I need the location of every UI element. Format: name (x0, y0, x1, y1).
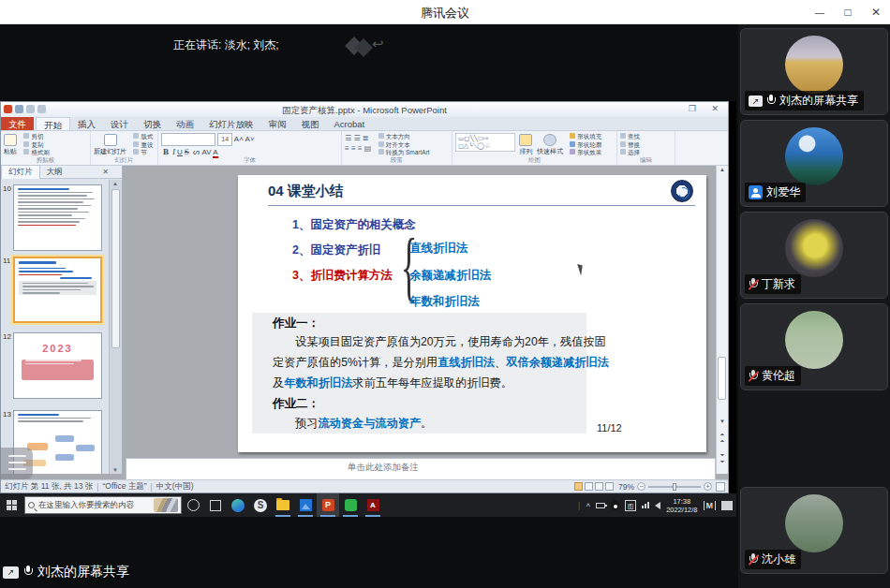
close-icon[interactable] (862, 0, 890, 24)
meeting-panel-toggle[interactable] (0, 448, 33, 479)
notes-pane[interactable]: 单击此处添加备注 (126, 458, 716, 481)
cortana-button[interactable] (182, 493, 204, 517)
arrange-button[interactable]: 排列 (519, 133, 532, 156)
ppt-titlebar[interactable]: 固定资产核算.pptx - Microsoft PowerPoint ❐ ✕ (1, 102, 728, 117)
green-app-button[interactable] (339, 493, 362, 517)
battery-icon[interactable] (596, 503, 605, 508)
tab-acrobat[interactable]: Acrobat (327, 117, 373, 130)
slide-scrollbar[interactable]: ▲ ▼ ⏶⏶ ⏷⏷ (716, 166, 728, 474)
bullets-numbering-icons[interactable]: ☰ ☰ ≣ (345, 133, 371, 143)
tab-slideshow[interactable]: 幻灯片放映 (201, 117, 261, 130)
text-direction-button[interactable]: 文本方向 (378, 133, 430, 141)
italic-icon[interactable]: I (172, 147, 175, 156)
ime-picture-icon[interactable]: 图 (625, 500, 636, 511)
network-icon[interactable] (642, 502, 649, 508)
zoom-in-icon[interactable]: + (704, 482, 712, 491)
tab-insert[interactable]: 插入 (70, 117, 103, 130)
ppt-restore-icon[interactable]: ❐ (689, 104, 696, 113)
paste-button[interactable]: 粘贴 (4, 133, 17, 156)
powerpoint-taskbar-button[interactable]: P (317, 493, 339, 517)
maximize-icon[interactable] (834, 0, 862, 24)
slides-panel-tab-slides[interactable]: 幻灯片 (1, 165, 40, 179)
slide-canvas[interactable]: 04 课堂小结 1、固定资产的相关概念 2、固定资产折旧 3、折旧费计算方法 {… (238, 175, 706, 452)
minimize-icon[interactable] (806, 0, 834, 24)
participant-tile[interactable]: 沈小雄 (740, 487, 888, 574)
tab-view[interactable]: 视图 (294, 117, 327, 130)
edge-button[interactable] (227, 493, 249, 517)
find-button[interactable]: 查找 (620, 133, 640, 141)
slides-panel-tab-outline[interactable]: 大纲 (40, 166, 69, 179)
scroll-up-icon[interactable]: ▲ (112, 181, 118, 186)
tab-review[interactable]: 审阅 (261, 117, 294, 130)
slideshow-icon[interactable] (605, 482, 614, 491)
acrobat-button[interactable]: A (362, 493, 384, 517)
copy-button[interactable]: 复制 (23, 141, 50, 150)
font-size-dropdown[interactable]: 14 (217, 133, 232, 146)
layout-button[interactable]: 版式 (133, 133, 153, 141)
cut-button[interactable]: 剪切 (23, 133, 50, 141)
shape-outline-button[interactable]: 形状轮廓 (570, 141, 601, 150)
align-text-button[interactable]: 对齐文本 (378, 141, 430, 150)
strike-icon[interactable]: S (185, 147, 189, 156)
underline-icon[interactable]: U (177, 148, 183, 156)
search-highlight-image[interactable] (154, 498, 178, 512)
tab-animations[interactable]: 动画 (169, 117, 201, 130)
shape-fill-button[interactable]: 形状填充 (570, 133, 601, 141)
tray-expand-icon[interactable]: ˄ (586, 501, 590, 509)
slide-thumbnail-12[interactable]: 2023 (13, 332, 102, 399)
fit-to-window-icon[interactable] (716, 482, 725, 492)
quick-access-toolbar[interactable] (4, 105, 46, 113)
shrink-font-icon[interactable]: A˅ (244, 135, 255, 143)
qq-icon[interactable] (611, 500, 619, 510)
save-icon[interactable] (15, 105, 23, 113)
tray-clock[interactable]: 17:38 2022/12/8 (666, 497, 697, 514)
task-view-button[interactable] (204, 493, 227, 517)
start-button[interactable] (0, 493, 24, 517)
participant-tile[interactable]: 刘爱华 (740, 120, 888, 207)
new-slide-button[interactable]: 新建幻灯片 (94, 133, 126, 156)
slides-panel-close-icon[interactable]: ✕ (102, 168, 109, 176)
grow-font-icon[interactable]: A˄ (234, 135, 244, 143)
reading-view-icon[interactable] (595, 482, 603, 491)
char-spacing-icon[interactable]: AV (201, 148, 211, 156)
tab-design[interactable]: 设计 (103, 117, 136, 130)
input-method-icon[interactable]: M (704, 501, 717, 510)
quick-styles-button[interactable]: 快速样式 (537, 133, 563, 156)
shapes-gallery[interactable]: ▭◻╲╲⬭⇨◻△╰⟍◯☆ (455, 133, 515, 152)
scroll-down-icon[interactable]: ▼ (717, 419, 728, 424)
zoom-level[interactable]: 79% (618, 482, 634, 492)
align-icons[interactable]: ≡ ≡ ≡ ▤ (345, 143, 371, 154)
replace-button[interactable]: 替换 (620, 141, 640, 150)
status-language[interactable]: 中文(中国) (156, 481, 194, 492)
ppt-close-icon[interactable]: ✕ (711, 104, 719, 113)
previous-slide-icon[interactable]: ⏶⏶ (717, 432, 728, 445)
zoom-slider[interactable] (648, 486, 701, 488)
volume-icon[interactable] (655, 502, 660, 509)
reset-button[interactable]: 重设 (133, 141, 153, 150)
sogou-browser-button[interactable]: S (249, 493, 272, 517)
tab-file[interactable]: 文件 (1, 117, 34, 130)
undo-icon[interactable] (26, 105, 35, 113)
redo-icon[interactable] (37, 105, 46, 113)
tab-transitions[interactable]: 切换 (136, 117, 169, 130)
scroll-up-icon[interactable]: ▲ (717, 167, 728, 172)
participant-tile[interactable]: 黄伦超 (740, 303, 888, 390)
zoom-out-icon[interactable]: − (637, 482, 645, 491)
font-name-dropdown[interactable] (161, 133, 215, 146)
file-explorer-button[interactable] (272, 493, 294, 517)
bold-icon[interactable]: B (163, 147, 169, 156)
taskbar-search[interactable]: 在这里输入你要搜索的内容 (24, 496, 182, 514)
shadow-icon[interactable]: ᔕ (193, 148, 200, 156)
slides-panel-scrollbar[interactable]: ▲ ▼ (109, 180, 122, 474)
scroll-down-icon[interactable]: ▼ (112, 467, 118, 473)
next-slide-icon[interactable]: ⏷⏷ (717, 452, 728, 465)
slide-thumbnail-10[interactable] (13, 184, 102, 251)
participant-tile[interactable]: 刘杰的屏幕共享 (740, 28, 888, 115)
tab-home[interactable]: 开始 (36, 117, 70, 130)
normal-view-icon[interactable] (574, 482, 583, 491)
slide-sorter-icon[interactable] (585, 482, 593, 491)
slide-thumbnail-11-selected[interactable] (13, 257, 102, 323)
photos-button[interactable] (294, 493, 317, 517)
action-center-icon[interactable] (721, 501, 733, 510)
participant-tile[interactable]: 丁新求 (740, 212, 888, 299)
